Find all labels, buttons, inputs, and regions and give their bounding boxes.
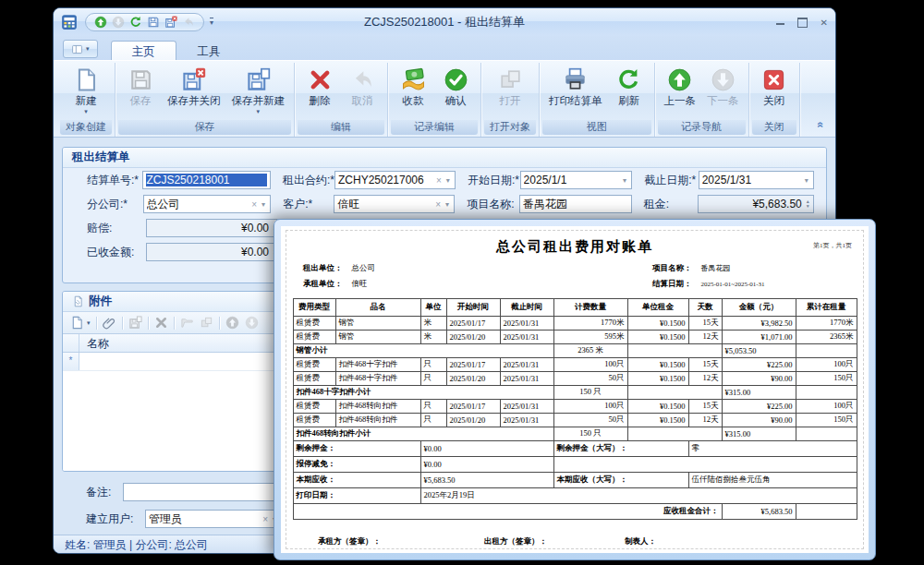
project-name-field[interactable]: 番禺花园: [519, 195, 632, 213]
compensation-field[interactable]: ¥0.00▲▼: [146, 219, 281, 237]
report-header-row: 费用类型品名单位开始时间截止时间计费数量单位租金天数金额（元）累计在租量: [293, 299, 857, 317]
dropdown-icon[interactable]: ▾: [803, 176, 810, 185]
dropdown-icon[interactable]: ▾: [444, 176, 452, 185]
qat-save-close-button[interactable]: [164, 16, 177, 29]
report-summary-row: 应收租金合计：¥5,683.50: [293, 504, 857, 520]
ribbon-group-new: 新建▾对象创建: [57, 63, 116, 137]
settlement-no-label: 结算单号:*: [87, 173, 142, 188]
lease-contract-combo[interactable]: ZCHY250217006×▾: [334, 171, 456, 189]
ribbon-group-label: 编辑: [298, 120, 384, 135]
new-button[interactable]: 新建▾: [66, 65, 106, 115]
ribbon-group-label: 打开对象: [484, 120, 536, 135]
attach-open-window-button[interactable]: [200, 316, 213, 330]
titlebar: ▾ ZCJS250218001 - 租出结算单: [54, 8, 835, 36]
qat-save-button[interactable]: [147, 16, 160, 29]
clear-icon[interactable]: ×: [433, 175, 444, 186]
maximize-icon[interactable]: [797, 18, 808, 28]
ribbon-group-label: 对象创建: [60, 120, 112, 135]
ribbon-group-previous: 上一条下一条记录导航: [655, 63, 749, 137]
app-icon: [61, 14, 78, 30]
print-statement-button[interactable]: 打印结算单: [544, 65, 607, 108]
report-summary-row: 剩余押金：¥0.00剩余押金（大写）：零: [293, 441, 857, 457]
clear-icon[interactable]: ×: [432, 199, 444, 210]
previous-button[interactable]: 上一条: [660, 65, 701, 108]
ribbon-collapse-icon[interactable]: «: [815, 122, 828, 128]
attach-down-button[interactable]: [245, 316, 259, 330]
dropdown-icon[interactable]: ▾: [260, 200, 267, 209]
confirm-button[interactable]: 确认: [435, 65, 476, 108]
attach-up-button[interactable]: [225, 316, 239, 330]
report-summary-row: 本期应收：¥5,683.50本期应收（大写）：伍仟陆佰捌拾叁元伍角: [293, 473, 857, 488]
rent-field[interactable]: ¥5,683.50▲▼: [698, 195, 813, 213]
close-icon[interactable]: [821, 18, 828, 28]
check-circle-icon: [444, 67, 468, 92]
settlement-section-title: 租出结算单: [63, 148, 826, 168]
page-number: 第1页，共1页: [813, 241, 852, 250]
start-date-label: 开始日期:*: [468, 173, 520, 188]
qat-previous-button[interactable]: [94, 16, 107, 29]
attach-open-button[interactable]: [180, 316, 194, 330]
next-button[interactable]: 下一条: [702, 65, 744, 108]
row-marker: *: [63, 353, 79, 370]
minimize-icon[interactable]: [776, 20, 784, 25]
customer-combo[interactable]: 倍旺×▾: [334, 195, 455, 213]
created-by-label: 建立用户:: [86, 511, 145, 527]
qat-refresh-button[interactable]: [129, 16, 142, 29]
save-new-icon: [246, 67, 271, 92]
created-by-combo[interactable]: 管理员 × ▾: [145, 510, 282, 528]
cancel-button[interactable]: 取消: [342, 65, 383, 108]
close-button[interactable]: 关闭: [754, 65, 795, 108]
attachment-icon: [72, 295, 84, 307]
dropdown-icon[interactable]: ▾: [444, 200, 451, 209]
report-item-row: 租赁费钢管米2025/01/202025/01/31595米¥0.150012天…: [293, 331, 857, 344]
new-doc-icon: [74, 67, 99, 92]
ribbon-group-print-statement: 打印结算单刷新视图: [540, 63, 655, 137]
ribbon-group-save: 保存保存并关闭保存并新建▾保存: [116, 63, 295, 137]
quick-access-toolbar: [85, 13, 204, 31]
printer-icon: [563, 67, 588, 92]
start-date-picker[interactable]: 2025/1/1▾: [520, 171, 632, 189]
attach-file-button[interactable]: [103, 316, 116, 330]
settlement-no-field[interactable]: ZCJS250218001: [142, 171, 270, 189]
ribbon-group-delete: 删除取消编辑: [295, 63, 388, 137]
app-menu-button[interactable]: ▾: [63, 40, 98, 58]
lessee-sign-label: 承租方（签章）：: [318, 536, 381, 547]
attach-save-button[interactable]: [128, 316, 142, 330]
delete-button[interactable]: 删除: [299, 65, 340, 108]
report-title: 总公司租出费用对账单: [281, 238, 869, 256]
report-subtotal-row: 扣件468十字扣件小计150 只¥315.00: [293, 386, 857, 400]
save-close-button[interactable]: 保存并关闭: [163, 65, 225, 108]
report-summary-row: 打印日期：2025年2月19日: [293, 488, 857, 504]
chevron-down-icon: ▾: [86, 45, 90, 53]
down-circle-icon: [711, 67, 736, 92]
clear-icon[interactable]: ×: [249, 199, 260, 210]
report-item-row: 租赁费扣件468转向扣件只2025/01/202025/01/3150只¥0.1…: [293, 414, 857, 427]
report-summary-row: 报停减免：¥0.00: [293, 457, 857, 473]
money-icon: [401, 67, 426, 92]
ribbon-group-label: 关闭: [752, 120, 796, 135]
spinner-icon[interactable]: ▲▼: [806, 199, 810, 209]
ribbon-group-label: 保存: [118, 120, 291, 135]
save-new-button[interactable]: 保存并新建▾: [227, 65, 290, 115]
report-subtotal-row: 扣件468转向扣件小计150 只¥315.00: [293, 427, 857, 441]
end-date-label: 截止日期:*: [644, 173, 699, 188]
attach-delete-button[interactable]: [154, 316, 168, 330]
qat-overflow-icon[interactable]: ▾: [210, 18, 213, 27]
receive-payment-button[interactable]: 收款: [393, 65, 433, 108]
save-button[interactable]: 保存: [120, 65, 161, 108]
clear-icon[interactable]: ×: [260, 514, 271, 524]
branch-combo[interactable]: 总公司×▾: [143, 195, 272, 213]
save-icon: [128, 67, 153, 92]
report-info: 租出单位：总公司 承租单位：倍旺 项目名称：番禺花园 结算日期：2025-01-…: [303, 263, 846, 293]
attach-new-button[interactable]: [70, 316, 84, 330]
qat-next-button[interactable]: [112, 16, 125, 29]
ribbon: 新建▾对象创建保存保存并关闭保存并新建▾保存删除取消编辑收款确认记录编辑打开打开…: [54, 60, 835, 138]
received-amount-field[interactable]: ¥0.00▲▼: [146, 243, 281, 261]
refresh-button[interactable]: 刷新: [609, 65, 650, 108]
open-button[interactable]: 打开: [490, 65, 530, 108]
undo-icon: [350, 67, 375, 92]
dropdown-icon[interactable]: ▾: [621, 176, 628, 185]
qat-undo-button[interactable]: [182, 16, 195, 29]
report-window: 第1页，共1页 总公司租出费用对账单 租出单位：总公司 承租单位：倍旺 项目名称…: [274, 219, 876, 560]
end-date-picker[interactable]: 2025/1/31▾: [699, 171, 814, 189]
